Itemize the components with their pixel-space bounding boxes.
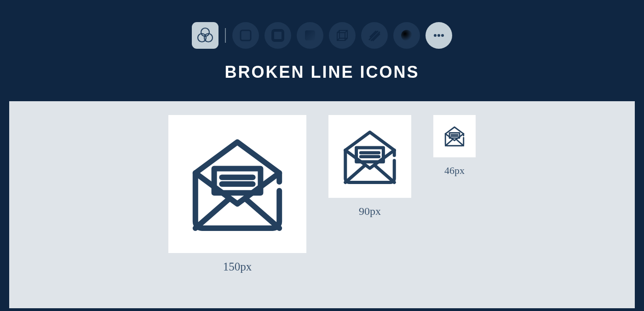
preview-large: 150px [168, 115, 306, 299]
square-icon [239, 29, 253, 42]
page-title: BROKEN LINE ICONS [224, 63, 419, 82]
preview-tile-medium [328, 115, 411, 198]
venn-icon [196, 26, 214, 45]
size-label-large: 150px [223, 260, 252, 273]
style-cube[interactable] [329, 22, 356, 49]
style-square-fill[interactable] [297, 22, 323, 49]
style-more[interactable] [426, 22, 452, 49]
toolbar-separator [225, 28, 226, 43]
svg-rect-3 [241, 30, 251, 40]
svg-line-25 [374, 165, 394, 182]
style-scribble[interactable] [361, 22, 388, 49]
svg-point-12 [401, 30, 412, 41]
svg-rect-5 [305, 30, 315, 40]
svg-line-20 [245, 198, 279, 228]
style-square-bold[interactable] [264, 22, 291, 49]
style-square-outline[interactable] [232, 22, 259, 49]
svg-line-30 [456, 139, 464, 146]
svg-line-24 [345, 165, 365, 182]
open-envelope-icon [443, 120, 466, 153]
preview-medium: 90px [328, 115, 411, 299]
svg-line-19 [196, 198, 230, 228]
open-envelope-icon [182, 129, 293, 239]
sphere-icon [399, 28, 414, 43]
preview-tile-small [433, 115, 476, 157]
preview-small: 46px [433, 115, 476, 299]
svg-rect-4 [273, 30, 283, 40]
preview-panel: 150px 90 [9, 101, 635, 308]
svg-point-14 [437, 34, 440, 37]
cube-icon [334, 28, 350, 43]
svg-line-29 [445, 139, 453, 146]
size-label-medium: 90px [359, 205, 381, 218]
style-sphere[interactable] [393, 22, 420, 49]
square-fill-icon [303, 29, 317, 42]
size-label-small: 46px [444, 165, 465, 177]
style-venn[interactable] [192, 22, 218, 49]
more-icon [431, 28, 447, 43]
style-toolbar [192, 22, 452, 49]
open-envelope-icon [338, 123, 402, 190]
svg-point-13 [434, 34, 437, 37]
scribble-icon [367, 28, 382, 43]
preview-tile-large [168, 115, 306, 253]
svg-point-15 [441, 34, 444, 37]
square-bold-icon [271, 29, 285, 42]
